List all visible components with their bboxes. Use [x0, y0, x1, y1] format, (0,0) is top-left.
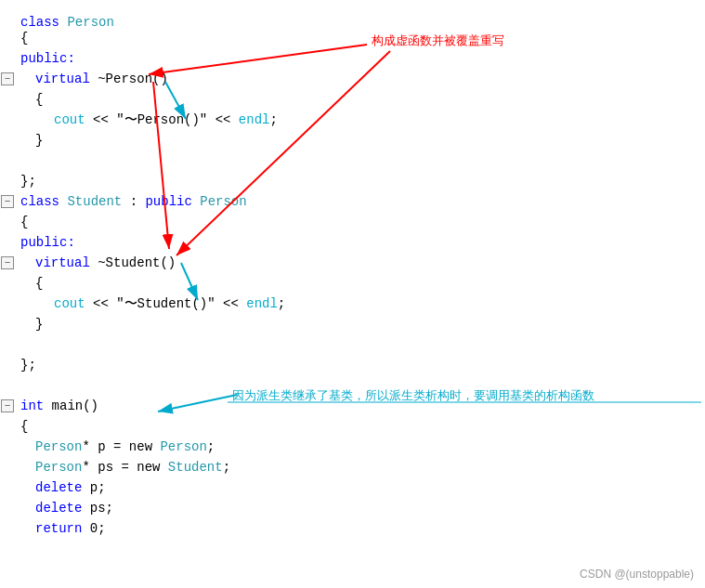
code-line-9: }; [0, 171, 705, 191]
gutter-4: − [0, 72, 17, 85]
line-content-20: int main() [17, 396, 98, 416]
line-content-7: } [17, 130, 43, 150]
code-line-8 [0, 150, 705, 171]
line-content-3: public: [17, 48, 75, 69]
code-line-19 [0, 375, 705, 396]
code-line-5: { [0, 89, 705, 110]
line-content-19 [17, 375, 28, 396]
code-line-25: delete ps; [0, 498, 705, 518]
code-line-18: }; [0, 355, 705, 375]
code-line-22: Person* p = new Person; [0, 437, 705, 457]
gutter-10: − [0, 195, 17, 208]
collapse-btn-10[interactable]: − [1, 195, 14, 208]
code-line-15: cout << "〜Student()" << endl; [0, 294, 705, 314]
line-content-25: delete ps; [17, 498, 113, 518]
line-content-15: cout << "〜Student()" << endl; [17, 294, 285, 314]
code-line-23: Person* ps = new Student; [0, 457, 705, 477]
code-line-17 [0, 334, 705, 355]
code-line-26: return 0; [0, 518, 705, 539]
collapse-btn-13[interactable]: − [1, 256, 14, 269]
line-content-10: class Student : public Person [17, 191, 247, 212]
line-content-18: }; [17, 355, 36, 375]
line-content-26: return 0; [17, 518, 106, 539]
line-content-24: delete p; [17, 477, 106, 498]
code-line-4: − virtual ~Person() [0, 69, 705, 89]
code-line-6: cout << "〜Person()" << endl; [0, 110, 705, 130]
code-line-13: − virtual ~Student() [0, 253, 705, 273]
line-content-6: cout << "〜Person()" << endl; [17, 110, 278, 130]
line-content-4: virtual ~Person() [17, 69, 168, 89]
code-line-14: { [0, 273, 705, 294]
line-content-2: { [17, 28, 28, 48]
code-line-16: } [0, 314, 705, 334]
collapse-btn-4[interactable]: − [1, 72, 14, 85]
line-content-17 [17, 334, 28, 355]
line-content-21: { [17, 416, 28, 437]
line-content-9: }; [17, 171, 36, 191]
code-editor: class Person { public: − virtual ~Person… [0, 0, 705, 588]
line-content-23: Person* ps = new Student; [17, 457, 230, 477]
line-content-8 [17, 150, 28, 171]
collapse-btn-20[interactable]: − [1, 399, 14, 412]
line-content-5: { [17, 89, 43, 110]
code-line-7: } [0, 130, 705, 150]
line-content-14: { [17, 273, 43, 294]
line-content-16: } [17, 314, 43, 334]
line-content-11: { [17, 212, 28, 232]
line-content-13: virtual ~Student() [17, 253, 176, 273]
line-content-12: public: [17, 232, 75, 253]
line-content-22: Person* p = new Person; [17, 437, 215, 457]
code-line-12: public: [0, 232, 705, 253]
code-line-21: { [0, 416, 705, 437]
code-line-3: public: [0, 48, 705, 69]
code-line-11: { [0, 212, 705, 232]
code-line-20: − int main() [0, 396, 705, 416]
gutter-13: − [0, 256, 17, 269]
watermark: CSDN @(unstoppable) [580, 568, 694, 581]
code-line-24: delete p; [0, 477, 705, 498]
gutter-20: − [0, 399, 17, 412]
code-line-2: { [0, 28, 705, 48]
code-line-10: − class Student : public Person [0, 191, 705, 212]
